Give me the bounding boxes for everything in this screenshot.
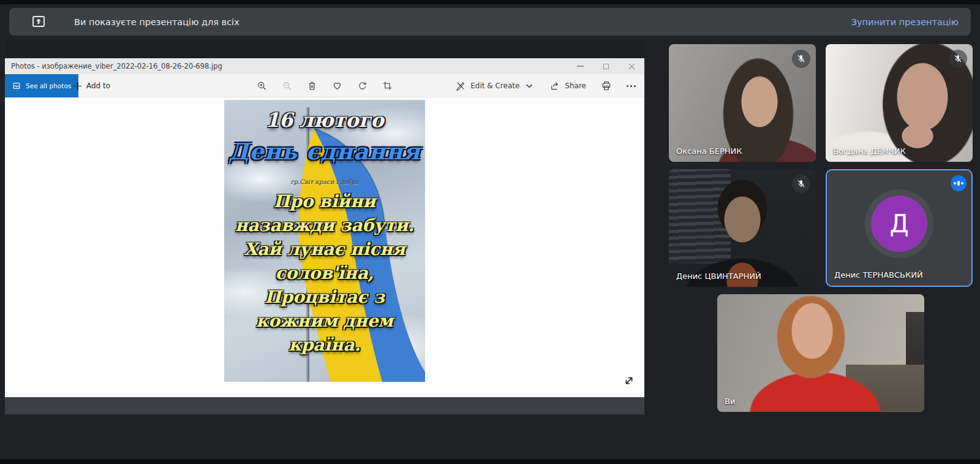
bottom-bar: 09:10 ohs-veec-wfe 6	[0, 414, 980, 459]
maximize-icon	[603, 64, 609, 69]
photos-canvas: 16 лютого День єднання гр.Світ краси і д…	[5, 97, 644, 397]
photos-title-bar: Photos - изображение_viber_2022-02-16_08…	[5, 58, 644, 74]
maximize-button[interactable]	[593, 58, 619, 74]
participant-name: Денис ТЕРНАВСЬКИЙ	[834, 270, 923, 280]
participant-tile-denys-t-active-speaker[interactable]: Д Денис ТЕРНАВСЬКИЙ	[826, 169, 973, 287]
favorite-button[interactable]	[332, 80, 343, 91]
minimize-button[interactable]	[567, 58, 593, 74]
avatar: Д	[871, 196, 927, 252]
mic-off-badge	[792, 50, 810, 68]
photos-window-title: Photos - изображение_viber_2022-02-16_08…	[11, 62, 222, 70]
expand-presentation-button[interactable]	[622, 374, 636, 387]
minimize-icon	[577, 66, 584, 67]
close-button[interactable]	[619, 58, 644, 74]
participant-name: Ви	[725, 397, 735, 406]
participant-tile-self[interactable]: Ви	[717, 294, 924, 412]
presenting-banner: Ви показуєте презентацію для всіх Зупини…	[9, 8, 971, 36]
zoom-out-button[interactable]	[282, 80, 293, 91]
chevron-down-icon	[524, 80, 535, 91]
share-button[interactable]: Share	[549, 80, 586, 91]
close-icon	[628, 63, 635, 70]
more-horizontal-icon	[634, 85, 636, 87]
mic-off-icon	[953, 54, 963, 64]
crop-icon	[382, 80, 393, 91]
participant-name: Оксана БЕРНИК	[676, 146, 742, 156]
mic-off-icon	[796, 179, 806, 189]
image-script-text: гр.Світ краси і добра	[224, 178, 425, 185]
image-date-text: 16 лютого	[224, 108, 425, 132]
avatar-ring: Д	[865, 189, 933, 258]
participant-tile-bohdana[interactable]: Богдана ДЕМЧИК	[826, 44, 973, 162]
poem-line: солов'їна,	[224, 261, 425, 285]
photos-app-window: Photos - изображение_viber_2022-02-16_08…	[5, 58, 644, 397]
zoom-in-icon	[257, 80, 268, 91]
photos-gallery-icon	[12, 82, 21, 90]
mic-off-badge	[792, 175, 810, 193]
more-horizontal-icon	[627, 85, 628, 87]
more-horizontal-icon	[630, 85, 632, 87]
participant-tile-denys-ts[interactable]: Денис ЦВИНТАРНИЙ	[669, 169, 816, 287]
edit-create-label: Edit & Create	[470, 82, 519, 90]
poem-line: Про війни	[224, 189, 425, 213]
share-icon	[549, 80, 560, 91]
speaking-indicator-icon	[951, 175, 967, 191]
present-to-all-icon	[31, 14, 46, 29]
zoom-in-button[interactable]	[257, 80, 268, 91]
shared-desktop-strip	[5, 397, 644, 414]
delete-button[interactable]	[307, 80, 318, 91]
print-button[interactable]	[601, 80, 612, 91]
shared-image: 16 лютого День єднання гр.Світ краси і д…	[224, 100, 425, 382]
window-edge-bottom	[0, 459, 980, 464]
photos-toolbar: See all photos Add to E	[5, 74, 644, 97]
poem-line: Хай лунає пісня	[224, 237, 425, 261]
participant-name: Богдана ДЕМЧИК	[833, 146, 906, 156]
more-options-button[interactable]	[627, 85, 636, 87]
edit-create-button[interactable]: Edit & Create	[455, 80, 535, 91]
heart-icon	[332, 80, 343, 91]
plus-icon	[74, 82, 81, 90]
mic-off-badge	[949, 50, 967, 68]
poem-line: кожним днем	[224, 309, 425, 333]
stop-presenting-button[interactable]: Зупинити презентацію	[851, 17, 959, 27]
participant-tile-oksana[interactable]: Оксана БЕРНИК	[669, 44, 816, 162]
poem-line: країна.	[224, 333, 425, 357]
presenting-message: Ви показуєте презентацію для всіх	[74, 17, 239, 27]
image-title-text: День єднання	[224, 138, 425, 165]
edit-create-icon	[455, 80, 466, 91]
mic-off-icon	[796, 54, 806, 64]
see-all-photos-label: See all photos	[26, 82, 71, 89]
add-to-button[interactable]: Add to	[74, 74, 110, 97]
rotate-button[interactable]	[357, 80, 368, 91]
expand-icon	[622, 374, 636, 387]
zoom-out-icon	[282, 80, 293, 91]
participant-name: Денис ЦВИНТАРНИЙ	[676, 272, 761, 281]
add-to-label: Add to	[86, 82, 110, 90]
photos-toolbar-right: Edit & Create Share	[455, 74, 636, 97]
participant-video	[717, 294, 924, 412]
print-icon	[601, 80, 612, 91]
trash-icon	[307, 80, 318, 91]
rotate-icon	[357, 80, 368, 91]
poem-line: назавжди забути.	[224, 213, 425, 237]
image-poem-text: Про війни назавжди забути. Хай лунає піс…	[224, 189, 425, 357]
google-meet-window: Ви показуєте презентацію для всіх Зупини…	[0, 0, 980, 464]
crop-button[interactable]	[382, 80, 393, 91]
photos-toolbar-center	[257, 74, 393, 97]
poem-line: Процвітає з	[224, 285, 425, 309]
see-all-photos-button[interactable]: See all photos	[5, 74, 78, 97]
shared-screen-area: Photos - изображение_viber_2022-02-16_08…	[5, 40, 644, 414]
window-edge-top	[0, 0, 980, 4]
share-label: Share	[565, 82, 586, 90]
